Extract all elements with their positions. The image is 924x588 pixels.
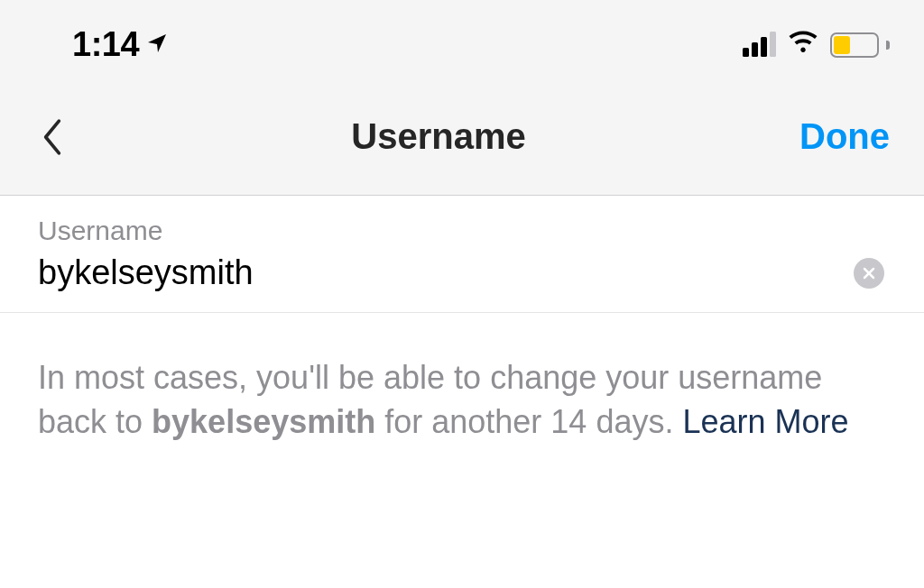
wifi-icon bbox=[787, 31, 819, 60]
info-bold-username: bykelseysmith bbox=[152, 403, 375, 440]
battery-icon bbox=[830, 32, 884, 58]
cellular-signal-icon bbox=[743, 33, 776, 57]
username-label: Username bbox=[38, 216, 886, 246]
status-left: 1:14 bbox=[72, 25, 168, 64]
status-right bbox=[743, 31, 884, 60]
info-text-after: for another 14 days. bbox=[375, 403, 682, 440]
close-icon bbox=[862, 266, 876, 280]
info-section: In most cases, you'll be able to change … bbox=[0, 313, 924, 487]
input-row bbox=[38, 253, 886, 292]
location-icon bbox=[146, 32, 168, 58]
page-title: Username bbox=[351, 116, 525, 157]
clear-button[interactable] bbox=[854, 258, 884, 289]
username-input-section: Username bbox=[0, 196, 924, 313]
nav-bar: Username Done bbox=[0, 89, 924, 196]
back-button[interactable] bbox=[42, 119, 78, 155]
learn-more-link[interactable]: Learn More bbox=[682, 403, 848, 440]
status-bar: 1:14 bbox=[0, 0, 924, 89]
status-time: 1:14 bbox=[72, 25, 139, 64]
info-text: In most cases, you'll be able to change … bbox=[38, 356, 886, 444]
chevron-left-icon bbox=[42, 118, 63, 156]
username-input[interactable] bbox=[38, 253, 854, 292]
done-button[interactable]: Done bbox=[799, 116, 890, 157]
